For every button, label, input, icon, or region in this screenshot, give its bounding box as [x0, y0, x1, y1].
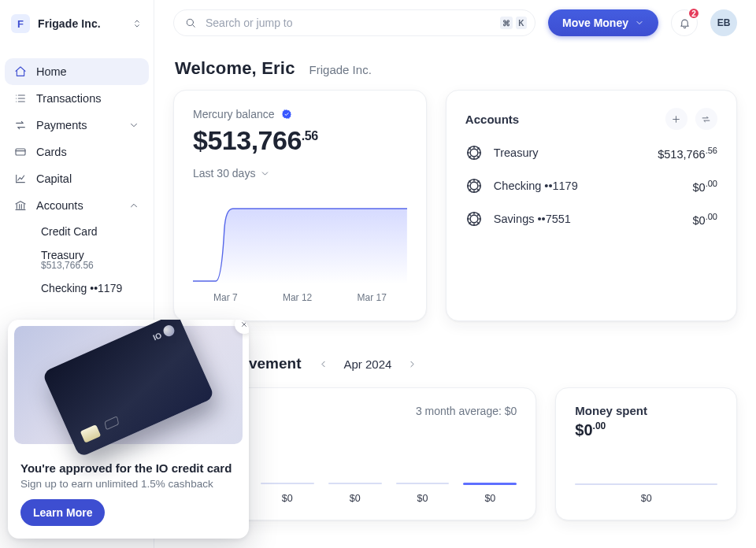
balance-amount: $513,766.56 — [193, 125, 407, 156]
org-logo: F — [11, 14, 30, 33]
chart-icon — [14, 172, 27, 185]
accounts-title: Accounts — [465, 113, 519, 126]
nav-label: Home — [36, 65, 67, 78]
month-pager: Apr 2024 — [313, 354, 421, 373]
nav-label: Payments — [36, 119, 87, 131]
month-next[interactable] — [402, 354, 421, 373]
svg-point-3 — [470, 149, 478, 157]
nav-cards[interactable]: Cards — [5, 139, 149, 165]
select-chevrons-icon — [132, 18, 143, 29]
primary-nav: Home Transactions Payments Cards Capital — [5, 58, 149, 299]
nav-payments[interactable]: Payments — [5, 112, 149, 139]
money-movement-header: Money movement Apr 2024 — [175, 354, 737, 373]
bank-icon — [14, 199, 27, 212]
account-amount: $0.00 — [693, 212, 717, 227]
account-name: Checking ••1179 — [494, 180, 578, 192]
promo-image: IO — [14, 326, 243, 444]
account-row-checking[interactable]: Checking ••1179 $0.00 — [465, 177, 717, 194]
search[interactable]: ⌘K — [173, 9, 536, 36]
month-label: Apr 2024 — [343, 357, 391, 371]
welcome: Welcome, Eric Frigade Inc. — [175, 58, 737, 79]
svg-point-7 — [470, 215, 478, 223]
nav-sub-balance: $513,766.56 — [41, 260, 143, 271]
credit-card-graphic: IO — [42, 320, 215, 457]
plus-icon — [671, 114, 681, 124]
list-icon — [14, 92, 27, 105]
chevron-down-icon — [635, 18, 644, 28]
nav-home[interactable]: Home — [5, 58, 149, 85]
balance-card: Mercury balance $513,766.56 Last 30 days — [173, 90, 427, 321]
org-name: Frigade Inc. — [38, 17, 101, 30]
move-money-label: Move Money — [562, 17, 628, 29]
transfer-button[interactable] — [695, 108, 717, 130]
page-title: Welcome, Eric — [175, 58, 295, 79]
nav-accounts[interactable]: Accounts — [5, 192, 149, 219]
swap-icon — [701, 114, 711, 124]
nav-sub-credit-card[interactable]: Credit Card — [35, 220, 149, 243]
verified-icon — [281, 109, 292, 120]
card-icon — [14, 146, 27, 158]
coin-icon — [465, 144, 483, 161]
balance-label: Mercury balance — [193, 108, 275, 120]
org-switcher[interactable]: F Frigade Inc. — [5, 8, 149, 39]
home-icon — [14, 65, 27, 78]
transfer-icon — [14, 119, 27, 131]
promo-body: Sign up to earn unlimited 1.5% cashback — [20, 478, 236, 490]
nav-transactions[interactable]: Transactions — [5, 85, 149, 112]
balance-ticks: Mar 7 Mar 12 Mar 17 — [193, 292, 407, 303]
search-input[interactable] — [204, 16, 492, 30]
search-shortcut: ⌘K — [500, 17, 527, 29]
user-avatar[interactable]: EB — [710, 9, 737, 36]
svg-point-5 — [470, 182, 478, 190]
promo-title: You're approved for the IO credit card — [20, 461, 236, 475]
account-name: Treasury — [494, 146, 539, 159]
nav-label: Transactions — [36, 92, 101, 105]
promo-card: IO You're approved for the IO credit car… — [8, 320, 249, 539]
money-spent-card: Money spent $0.00 $0 — [555, 387, 737, 520]
chevron-down-icon — [128, 120, 139, 131]
promo-cta[interactable]: Learn More — [20, 499, 105, 526]
notification-badge: 2 — [687, 7, 700, 20]
chevron-down-icon — [260, 168, 270, 179]
search-icon — [185, 17, 196, 28]
balance-sparkline — [193, 182, 407, 284]
svg-point-1 — [187, 19, 193, 25]
balance-range[interactable]: Last 30 days — [193, 167, 407, 180]
account-amount: $0.00 — [693, 179, 717, 194]
move-money-button[interactable]: Move Money — [548, 9, 658, 36]
account-amount: $513,766.56 — [658, 146, 717, 161]
money-spent-value: $0.00 — [575, 420, 717, 439]
account-row-treasury[interactable]: Treasury $513,766.56 — [465, 144, 717, 161]
money-spent-bar-labels: $0 — [575, 493, 717, 504]
nav-label: Capital — [36, 172, 72, 185]
bell-icon — [679, 17, 691, 29]
nav-sub-treasury[interactable]: Treasury $513,766.56 — [35, 244, 149, 276]
accounts-card: Accounts Treasury $513,766.56 — [446, 90, 737, 321]
page-subtitle: Frigade Inc. — [309, 63, 372, 76]
money-spent-label: Money spent — [575, 404, 647, 417]
topbar: ⌘K Move Money 2 EB — [154, 0, 756, 43]
chevron-left-icon — [318, 359, 328, 369]
add-account-button[interactable] — [665, 108, 687, 130]
nav-accounts-children: Credit Card Treasury $513,766.56 Checkin… — [5, 220, 149, 299]
nav-label: Cards — [36, 146, 67, 158]
account-row-savings[interactable]: Savings ••7551 $0.00 — [465, 210, 717, 228]
money-spent-bars — [575, 483, 717, 485]
nav-sub-checking[interactable]: Checking ••1179 — [35, 277, 149, 299]
month-prev[interactable] — [313, 354, 332, 373]
money-in-avg: 3 month average: $0 — [416, 405, 517, 417]
notifications-button[interactable]: 2 — [671, 9, 698, 36]
coin-icon — [465, 177, 483, 194]
chevron-right-icon — [407, 359, 417, 369]
account-name: Savings ••7551 — [494, 213, 571, 225]
svg-rect-0 — [16, 149, 25, 155]
chevron-up-icon — [128, 200, 139, 211]
nav-capital[interactable]: Capital — [5, 165, 149, 192]
coin-icon — [465, 210, 483, 228]
nav-label: Accounts — [36, 199, 83, 212]
